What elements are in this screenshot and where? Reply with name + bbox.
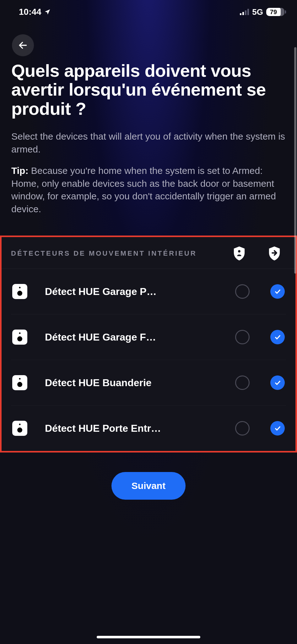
device-row: Détect HUE Garage F… — [11, 314, 286, 360]
tip-paragraph: Tip: Because you're home when the system… — [11, 164, 286, 215]
checkbox-home[interactable] — [235, 375, 250, 390]
shield-away-icon — [267, 245, 282, 262]
checkbox-home[interactable] — [235, 421, 250, 436]
motion-sensor-icon — [12, 284, 27, 299]
motion-sensor-icon — [12, 330, 27, 345]
checkbox-group — [235, 284, 285, 299]
checkbox-away[interactable] — [270, 330, 285, 344]
status-right: 5G 79 — [240, 7, 284, 17]
motion-sensor-icon — [12, 375, 27, 390]
scroll-indicator[interactable] — [294, 47, 296, 274]
checkbox-away[interactable] — [270, 421, 285, 436]
device-name: Détect HUE Porte Entr… — [45, 423, 235, 434]
device-row: Détect HUE Garage P… — [11, 269, 286, 314]
section-header: DÉTECTEURS DE MOUVEMENT INTÉRIEUR — [2, 237, 295, 269]
device-row: Détect HUE Buanderie — [11, 360, 286, 406]
status-time: 10:44 — [19, 7, 41, 17]
home-indicator[interactable] — [97, 636, 200, 638]
tip-label: Tip: — [11, 165, 28, 176]
device-row: Détect HUE Porte Entr… — [11, 406, 286, 451]
checkbox-away[interactable] — [270, 375, 285, 390]
checkbox-away[interactable] — [270, 284, 285, 299]
checkbox-home[interactable] — [235, 330, 250, 344]
header-icons — [232, 245, 286, 262]
signal-icon — [240, 9, 249, 15]
device-name: Détect HUE Buanderie — [45, 377, 235, 389]
device-name: Détect HUE Garage F… — [45, 331, 235, 343]
location-icon — [44, 8, 51, 15]
shield-home-icon — [232, 245, 246, 262]
back-button[interactable] — [12, 34, 34, 56]
arrow-left-icon — [18, 40, 28, 50]
battery-icon: 79 — [266, 8, 284, 16]
page-subtitle: Select the devices that will alert you o… — [11, 130, 286, 156]
checkbox-group — [235, 330, 285, 344]
devices-section-highlighted: DÉTECTEURS DE MOUVEMENT INTÉRIEUR Détect… — [0, 236, 297, 452]
device-rows: Détect HUE Garage P…Détect HUE Garage F…… — [2, 269, 295, 451]
next-button[interactable]: Suivant — [111, 472, 186, 500]
checkbox-group — [235, 375, 285, 390]
status-left: 10:44 — [19, 7, 51, 17]
checkbox-home[interactable] — [235, 284, 250, 299]
tip-text: Because you're home when the system is s… — [11, 165, 276, 214]
section-label: DÉTECTEURS DE MOUVEMENT INTÉRIEUR — [11, 249, 232, 258]
checkbox-group — [235, 421, 285, 436]
motion-sensor-icon — [12, 421, 27, 436]
device-name: Détect HUE Garage P… — [45, 286, 235, 297]
battery-level: 79 — [266, 8, 281, 16]
network-label: 5G — [252, 7, 263, 17]
status-bar: 10:44 5G 79 — [0, 0, 297, 20]
svg-point-1 — [238, 250, 240, 253]
page-title: Quels appareils doivent vous avertir lor… — [11, 61, 286, 118]
